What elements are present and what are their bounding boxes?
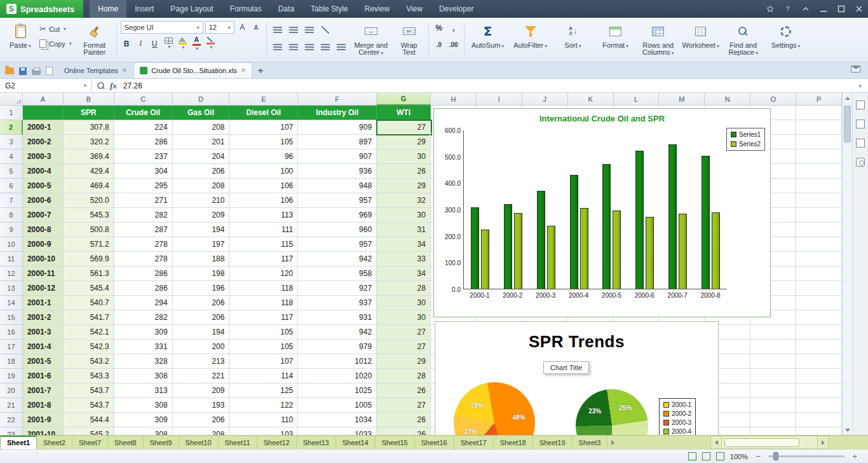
cell[interactable]: 2000-10 — [23, 252, 64, 266]
cell[interactable]: 198 — [173, 266, 230, 281]
align-top-button[interactable] — [271, 24, 285, 36]
page-break-view-icon[interactable] — [716, 452, 724, 460]
menu-review[interactable]: Review — [356, 0, 398, 18]
cell[interactable] — [796, 354, 842, 369]
font-color-button[interactable]: A — [191, 38, 203, 50]
cell[interactable]: 2000-7 — [23, 208, 64, 223]
print-icon[interactable] — [32, 69, 41, 75]
cell[interactable]: 308 — [114, 427, 173, 435]
cell[interactable]: 31 — [377, 223, 431, 237]
normal-view-icon[interactable] — [688, 452, 696, 460]
bold-button[interactable]: B — [121, 38, 133, 50]
cell[interactable]: 331 — [114, 340, 173, 354]
cell[interactable]: 105 — [229, 325, 298, 340]
cell[interactable]: 194 — [173, 325, 230, 340]
cell[interactable]: 429.4 — [64, 164, 114, 179]
cell[interactable]: 545.3 — [64, 208, 114, 223]
row-header[interactable]: 3 — [0, 135, 23, 149]
cell[interactable]: 2001-2 — [23, 310, 64, 325]
close-button[interactable] — [850, 0, 868, 18]
cell[interactable] — [750, 369, 796, 384]
cell[interactable]: 369.4 — [64, 149, 114, 164]
sheet-tab-sheet15[interactable]: Sheet15 — [376, 436, 415, 449]
cell[interactable]: 282 — [114, 310, 173, 325]
cell[interactable]: 26 — [377, 164, 431, 179]
select-all-corner[interactable] — [0, 93, 23, 106]
cell[interactable]: 210 — [173, 193, 230, 208]
paste-button[interactable]: Paste — [6, 21, 34, 51]
cell[interactable] — [796, 164, 842, 179]
cell[interactable] — [796, 310, 842, 325]
cell[interactable] — [796, 149, 842, 164]
cell[interactable]: 1020 — [298, 369, 377, 384]
cell[interactable]: 948 — [298, 179, 377, 193]
cell[interactable]: 542.1 — [64, 325, 114, 340]
menu-folder-icon[interactable] — [5, 67, 14, 74]
save-icon[interactable] — [19, 67, 27, 75]
cell[interactable] — [796, 266, 842, 281]
zoom-slider-thumb[interactable] — [773, 452, 778, 460]
row-header[interactable]: 8 — [0, 208, 23, 223]
cell[interactable]: 286 — [114, 281, 173, 296]
row-header[interactable]: 17 — [0, 340, 23, 354]
cell[interactable]: 1012 — [298, 354, 377, 369]
cell[interactable] — [796, 384, 842, 398]
cell[interactable]: 308 — [114, 369, 173, 384]
align-bottom-button[interactable] — [302, 24, 316, 36]
column-header-H[interactable]: H — [431, 93, 477, 106]
cell[interactable]: 304 — [114, 164, 173, 179]
cell[interactable]: 543.3 — [64, 369, 114, 384]
menu-table-style[interactable]: Table Style — [302, 0, 356, 18]
align-left-button[interactable] — [302, 41, 316, 53]
cell[interactable] — [796, 281, 842, 296]
cell[interactable]: 34 — [377, 237, 431, 252]
cell[interactable]: 278 — [114, 252, 173, 266]
cell[interactable]: 32 — [377, 193, 431, 208]
row-header[interactable]: 16 — [0, 325, 23, 340]
menu-view[interactable]: View — [398, 0, 431, 18]
menu-formulas[interactable]: Formulas — [222, 0, 270, 18]
column-header-A[interactable]: A — [23, 93, 64, 106]
cell[interactable]: 320.2 — [64, 135, 114, 149]
magnifier-icon[interactable] — [97, 81, 105, 90]
worksheet-button[interactable]: Worksheet — [681, 21, 721, 51]
column-header-B[interactable]: B — [64, 93, 114, 106]
pie-chart[interactable]: SPR Trends Chart Title 2000-12000-22000-… — [435, 321, 719, 435]
cell[interactable]: 286 — [114, 266, 173, 281]
vertical-scroll-thumb[interactable] — [844, 106, 851, 142]
cell[interactable] — [750, 384, 796, 398]
cell[interactable]: 200 — [173, 340, 230, 354]
cell[interactable]: 115 — [229, 237, 298, 252]
row-header[interactable]: 1 — [0, 106, 23, 120]
cell[interactable]: 308 — [114, 398, 173, 413]
align-center-button[interactable] — [318, 41, 332, 53]
fill-color-button[interactable] — [177, 38, 189, 50]
sheet-tab-sheet17[interactable]: Sheet17 — [454, 436, 494, 449]
sheet-tab-sheet19[interactable]: Sheet19 — [533, 436, 573, 449]
cell[interactable]: 28 — [377, 281, 431, 296]
cell[interactable]: 520.0 — [64, 193, 114, 208]
cell[interactable]: 27 — [377, 120, 431, 135]
cell[interactable]: 113 — [229, 208, 298, 223]
cell[interactable]: 193 — [173, 398, 230, 413]
cell[interactable] — [796, 179, 842, 193]
column-header-J[interactable]: J — [522, 93, 568, 106]
row-header[interactable]: 7 — [0, 193, 23, 208]
cell[interactable]: 561.3 — [64, 266, 114, 281]
cell[interactable]: 2001-5 — [23, 354, 64, 369]
cell[interactable]: 33 — [377, 252, 431, 266]
cell[interactable]: 2000-9 — [23, 237, 64, 252]
chart-title-box[interactable]: Chart Title — [543, 361, 589, 374]
cell[interactable]: 942 — [298, 325, 377, 340]
cell[interactable]: Industry Oil — [298, 106, 377, 120]
cell[interactable]: 30 — [377, 208, 431, 223]
cell[interactable]: 107 — [229, 120, 298, 135]
cell[interactable]: 194 — [173, 223, 230, 237]
cell[interactable] — [796, 413, 842, 427]
row-header[interactable]: 5 — [0, 164, 23, 179]
highlight-color-button[interactable] — [205, 38, 217, 50]
cell[interactable]: 208 — [173, 179, 230, 193]
cell[interactable]: 29 — [377, 354, 431, 369]
sheet-tab-sheet1[interactable]: Sheet1 — [0, 436, 37, 449]
cell[interactable]: 209 — [173, 208, 230, 223]
